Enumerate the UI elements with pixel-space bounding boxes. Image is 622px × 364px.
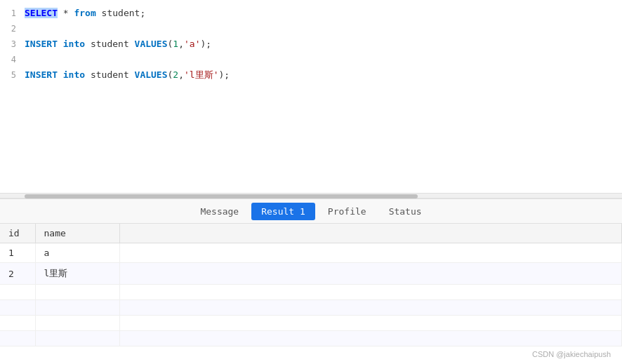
tab-bar: Message Result 1 Profile Status <box>0 198 622 224</box>
table-header-row: id name <box>0 224 622 243</box>
line-content-5: INSERT into student VALUES(2,'l里斯'); <box>25 67 622 83</box>
cell-extra-1 <box>119 243 622 263</box>
line-number-5: 5 <box>0 67 25 83</box>
code-line-2: 2 <box>0 21 622 36</box>
cell-empty-3c <box>119 316 622 331</box>
cell-empty-2c <box>119 300 622 316</box>
cell-empty-3b <box>35 316 119 331</box>
cell-extra-2 <box>119 263 622 285</box>
table-row: 1 a <box>0 243 622 263</box>
code-line-1: 1 SELECT * from student; <box>0 6 622 21</box>
cell-id-1: 1 <box>0 243 35 263</box>
table-row: 2 l里斯 <box>0 263 622 285</box>
cell-id-2: 2 <box>0 263 35 285</box>
line-number-2: 2 <box>0 21 25 36</box>
line-content-1: SELECT * from student; <box>25 6 622 21</box>
tab-status[interactable]: Status <box>379 203 432 220</box>
tab-result1[interactable]: Result 1 <box>251 203 315 220</box>
watermark: CSDN @jakiechaipush <box>532 350 611 358</box>
table-row-empty-2 <box>0 300 622 316</box>
code-lines: 1 SELECT * from student; 2 3 INSERT into… <box>0 6 622 83</box>
cell-name-1: a <box>35 243 119 263</box>
column-header-id: id <box>0 224 35 243</box>
line-content-3: INSERT into student VALUES(1,'a'); <box>25 36 622 52</box>
code-line-4: 4 <box>0 52 622 67</box>
cell-empty-3a <box>0 316 35 331</box>
cell-empty-1b <box>35 285 119 300</box>
line-number-3: 3 <box>0 36 25 52</box>
scrollbar-thumb[interactable] <box>25 194 418 198</box>
cell-empty-4c <box>119 331 622 346</box>
line-content-4 <box>25 52 622 67</box>
table-row-empty-1 <box>0 285 622 300</box>
cell-empty-2a <box>0 300 35 316</box>
results-table: id name 1 a 2 l里斯 <box>0 224 622 346</box>
line-number-1: 1 <box>0 6 25 21</box>
code-editor[interactable]: 1 SELECT * from student; 2 3 INSERT into… <box>0 0 622 193</box>
cell-empty-4a <box>0 331 35 346</box>
table-row-empty-3 <box>0 316 622 331</box>
line-number-4: 4 <box>0 52 25 67</box>
cell-empty-4b <box>35 331 119 346</box>
horizontal-scrollbar[interactable] <box>0 193 622 198</box>
cell-empty-1c <box>119 285 622 300</box>
column-header-empty <box>119 224 622 243</box>
column-header-name: name <box>35 224 119 243</box>
table-row-empty-4 <box>0 331 622 346</box>
results-area: id name 1 a 2 l里斯 <box>0 224 622 346</box>
code-line-3: 3 INSERT into student VALUES(1,'a'); <box>0 36 622 52</box>
cell-empty-2b <box>35 300 119 316</box>
results-wrapper: id name 1 a 2 l里斯 <box>0 224 622 364</box>
code-line-5: 5 INSERT into student VALUES(2,'l里斯'); <box>0 67 622 83</box>
line-content-2 <box>25 21 622 36</box>
cell-empty-1a <box>0 285 35 300</box>
cell-name-2: l里斯 <box>35 263 119 285</box>
tab-message[interactable]: Message <box>190 203 249 220</box>
tab-profile[interactable]: Profile <box>318 203 376 220</box>
